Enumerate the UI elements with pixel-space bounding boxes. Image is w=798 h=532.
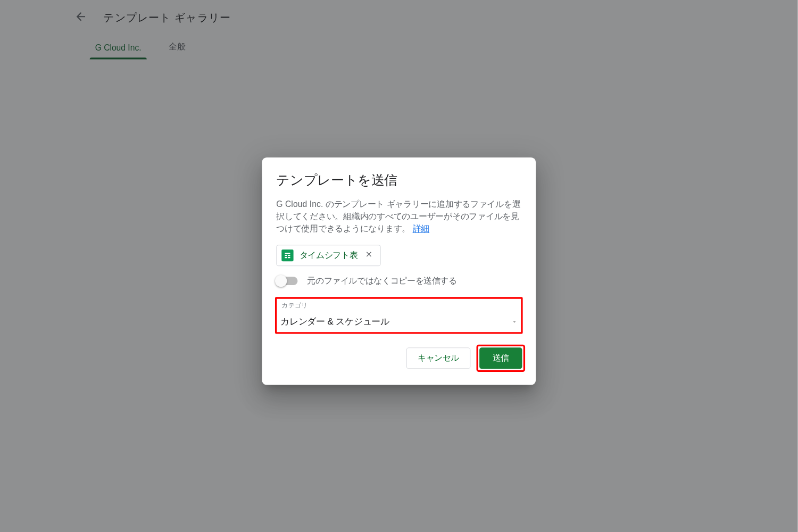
dialog-description-text: G Cloud Inc. のテンプレート ギャラリーに追加するファイルを選択して… [276, 199, 520, 234]
file-chip-label: タイムシフト表 [300, 250, 358, 261]
copy-toggle-label: 元のファイルではなくコピーを送信する [307, 276, 456, 286]
submit-template-dialog: テンプレートを送信 G Cloud Inc. のテンプレート ギャラリーに追加す… [262, 157, 536, 385]
copy-toggle-switch[interactable] [276, 277, 297, 285]
selected-file-chip[interactable]: タイムシフト表 [276, 245, 381, 266]
category-value: カレンダー & スケジュール [280, 316, 389, 327]
close-icon [365, 250, 373, 261]
dialog-title: テンプレートを送信 [262, 157, 536, 198]
remove-file-button[interactable] [363, 250, 374, 261]
detail-link[interactable]: 詳細 [413, 224, 429, 234]
submit-button-highlight: 送信 [477, 345, 526, 372]
cancel-button[interactable]: キャンセル [406, 347, 471, 369]
dropdown-arrow-icon [511, 317, 517, 327]
category-legend: カテゴリ [280, 301, 518, 310]
dialog-actions: キャンセル 送信 [262, 345, 536, 379]
dialog-description: G Cloud Inc. のテンプレート ギャラリーに追加するファイルを選択して… [262, 198, 536, 245]
sheets-icon [281, 250, 293, 261]
submit-button[interactable]: 送信 [479, 347, 522, 369]
category-select[interactable]: カテゴリ カレンダー & スケジュール [275, 297, 523, 334]
